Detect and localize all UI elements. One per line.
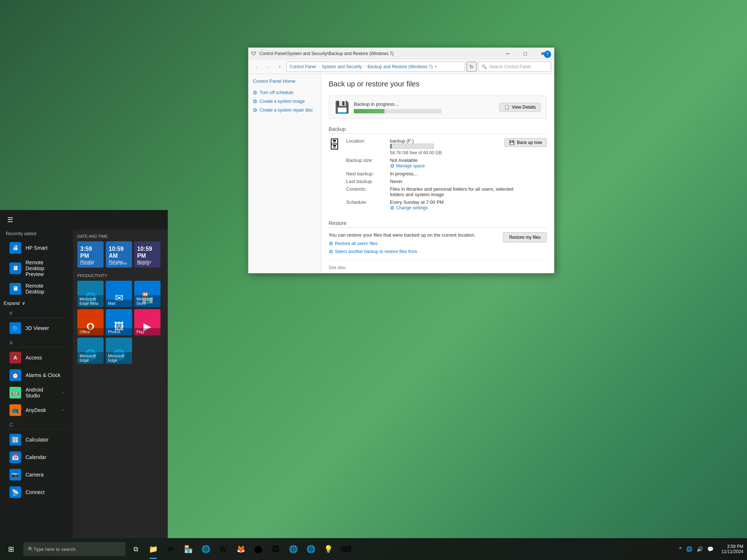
sidebar-turn-off-schedule[interactable]: ⚙ Turn off schedule xyxy=(253,90,317,96)
see-also-header: See also xyxy=(329,265,547,270)
start-app-android-studio[interactable]: 🤖 Android Studio › xyxy=(6,384,67,401)
create-system-image-label: Create a system image xyxy=(260,99,305,104)
backup-icon: 💾 xyxy=(509,140,515,145)
maximize-button[interactable]: □ xyxy=(517,48,534,59)
sidebar-create-repair-disc[interactable]: ⚙ Create a system repair disc xyxy=(253,107,317,113)
select-another-backup-link[interactable]: ⚙ Select another backup to restore files… xyxy=(329,249,503,254)
security-maintenance-link[interactable]: Security and Maintenance xyxy=(329,272,547,273)
taskbar-app-mail[interactable]: ✉ xyxy=(162,538,179,560)
tray-network-icon[interactable]: 🌐 xyxy=(685,545,694,553)
start-app-alarms-clock[interactable]: ⏰ Alarms & Clock xyxy=(6,366,67,384)
tile-ms-edge-2[interactable]: 🌐 Microsoft Edge xyxy=(106,338,132,364)
tile-play[interactable]: ▶ Play xyxy=(134,309,160,335)
taskbar-app-firefox[interactable]: 🦊 xyxy=(232,538,249,560)
hp-smart-icon: 🖨 xyxy=(9,242,21,254)
local-city: Local time xyxy=(109,261,127,265)
time-tile-local[interactable]: 10:59 AM Monday Local time xyxy=(106,241,132,268)
refresh-button[interactable]: ↻ xyxy=(467,62,477,72)
taskbar-app-edge[interactable]: 🌐 xyxy=(197,538,214,560)
progress-bar-fill xyxy=(354,109,384,113)
taskbar-app-ms-edge2[interactable]: 🌐 xyxy=(285,538,302,560)
search-icon: 🔍 xyxy=(481,64,487,69)
schedule-value: Every Sunday at 7:00 PM xyxy=(390,199,547,205)
start-app-camera[interactable]: 📷 Camera xyxy=(6,466,67,483)
access-label: Access xyxy=(26,355,42,361)
tile-ms-store[interactable]: 🏪 Microsoft Store xyxy=(134,281,160,307)
connect-icon: 📡 xyxy=(9,486,21,498)
taskbar-clock[interactable]: 3:59 PM 11/11/2024 xyxy=(718,544,747,554)
storage-bar xyxy=(390,144,434,149)
restore-text: You can restore your files that were bac… xyxy=(329,232,503,238)
forward-button[interactable]: › xyxy=(263,62,273,72)
turn-off-schedule-label: Turn off schedule xyxy=(260,90,293,95)
taskbar-app-chrome[interactable]: ⬤ xyxy=(249,538,267,560)
start-app-calculator[interactable]: 🔢 Calculator xyxy=(6,431,67,448)
search-box[interactable]: 🔍 Search Control Panel xyxy=(478,62,551,72)
security-maintenance-label: Security and Maintenance xyxy=(329,272,379,273)
tile-ms-edge-1[interactable]: 🌐 Microsoft Edge xyxy=(77,338,104,364)
tray-up-icon[interactable]: ^ xyxy=(678,545,683,553)
up-button[interactable]: ↑ xyxy=(275,62,285,72)
taskbar-app-store[interactable]: 🏪 xyxy=(179,538,197,560)
contents-value: Files in libraries and personal folders … xyxy=(390,186,521,197)
tile-photos[interactable]: 🖼 Photos xyxy=(106,309,132,335)
tray-message-icon[interactable]: 💬 xyxy=(706,545,715,553)
backup-location-row: Location: backup (F:) 58.78 GB free of 6… xyxy=(346,138,547,155)
start-button[interactable]: ⊞ xyxy=(0,538,22,560)
start-app-remote-desktop-preview[interactable]: 🖥 Remote Desktop Preview xyxy=(6,257,67,280)
taskbar-app-photos[interactable]: 🖼 xyxy=(267,538,285,560)
start-app-connect[interactable]: 📡 Connect xyxy=(6,483,67,501)
start-app-remote-desktop[interactable]: 🖥 Remote Desktop xyxy=(6,280,67,298)
back-up-now-button[interactable]: 💾 Back up now xyxy=(504,138,547,147)
restore-my-files-button[interactable]: Restore my files xyxy=(503,232,547,242)
change-settings-link[interactable]: ⚙ Change settings xyxy=(390,205,547,211)
taskbar-search[interactable]: 🔍 Type here to search xyxy=(23,542,125,556)
camera-icon: 📷 xyxy=(9,469,21,481)
back-button[interactable]: ‹ xyxy=(251,62,262,72)
calendar-label: Calendar xyxy=(26,454,46,460)
tray-volume-icon[interactable]: 🔊 xyxy=(695,545,704,553)
taskbar-app-ms-edge3[interactable]: 🌐 xyxy=(302,538,320,560)
time-tile-beijing[interactable]: 10:59 PM Monday Beijing xyxy=(134,241,160,268)
expand-button[interactable]: Expand ∨ xyxy=(0,299,73,307)
start-app-anydesk[interactable]: 📺 AnyDesk › xyxy=(6,401,67,419)
window-title: Control Panel\System and Security\Backup… xyxy=(259,51,499,56)
tile-mail[interactable]: ✉ Mail xyxy=(106,281,132,307)
start-app-access[interactable]: A Access xyxy=(6,349,67,366)
task-view-button[interactable]: ⧉ xyxy=(127,538,144,560)
start-menu-left: Recently added 🖨 HP Smart 🖥 Remote Deskt… xyxy=(0,230,73,538)
rdp-preview-icon: 🖥 xyxy=(9,262,21,274)
anydesk-label: AnyDesk xyxy=(26,407,46,413)
breadcrumb-backup-restore[interactable]: Backup and Restore (Windows 7) xyxy=(367,64,433,69)
tile-ms-edge-beta[interactable]: 🌐 Microsoft Edge Beta xyxy=(77,281,104,307)
backup-progress-text: Backup in progress... xyxy=(354,101,495,107)
manage-space-link[interactable]: ⚙ Manage space xyxy=(390,163,547,169)
letter-divider-c: C xyxy=(6,419,67,429)
time-tile-london[interactable]: 3:59 PM Monday London xyxy=(77,241,104,268)
backup-progress-info: Backup in progress... xyxy=(354,101,495,113)
start-app-hp-smart[interactable]: 🖨 HP Smart xyxy=(6,239,67,257)
expand-chevron-icon: ∨ xyxy=(22,300,26,306)
sidebar-home-link[interactable]: Control Panel Home xyxy=(253,78,317,84)
select-backup-icon: ⚙ xyxy=(329,249,333,254)
taskbar-app-lightbulb[interactable]: 💡 xyxy=(320,538,337,560)
remote-desktop-icon: 🖥 xyxy=(9,283,21,295)
window-content: Control Panel Home ⚙ Turn off schedule ⚙… xyxy=(248,74,554,273)
tile-office[interactable]: O Office xyxy=(77,309,104,335)
start-app-calendar[interactable]: 📅 Calendar xyxy=(6,448,67,466)
breadcrumb-system-security[interactable]: System and Security xyxy=(322,64,362,69)
taskbar-app-file-explorer[interactable]: 📁 xyxy=(144,538,162,560)
start-app-3d-viewer[interactable]: 🔷 3D Viewer xyxy=(6,319,67,337)
view-details-button[interactable]: 📋 View Details xyxy=(499,103,541,112)
calculator-label: Calculator xyxy=(26,437,49,443)
sidebar-create-system-image[interactable]: ⚙ Create a system image xyxy=(253,98,317,104)
hamburger-icon[interactable]: ☰ xyxy=(7,216,13,224)
minimize-button[interactable]: ─ xyxy=(499,48,516,59)
window-toolbar: ‹ › ↑ Control Panel › System and Securit… xyxy=(248,59,554,74)
restore-all-users-link[interactable]: ⚙ Restore all users' files xyxy=(329,241,503,246)
breadcrumb-control-panel[interactable]: Control Panel xyxy=(290,64,316,69)
clock-time: 3:59 PM xyxy=(721,544,743,549)
search-placeholder: Search Control Panel xyxy=(489,64,531,69)
taskbar-app-word[interactable]: W xyxy=(214,538,232,560)
taskbar-app-terminal[interactable]: ⌨ xyxy=(337,538,355,560)
